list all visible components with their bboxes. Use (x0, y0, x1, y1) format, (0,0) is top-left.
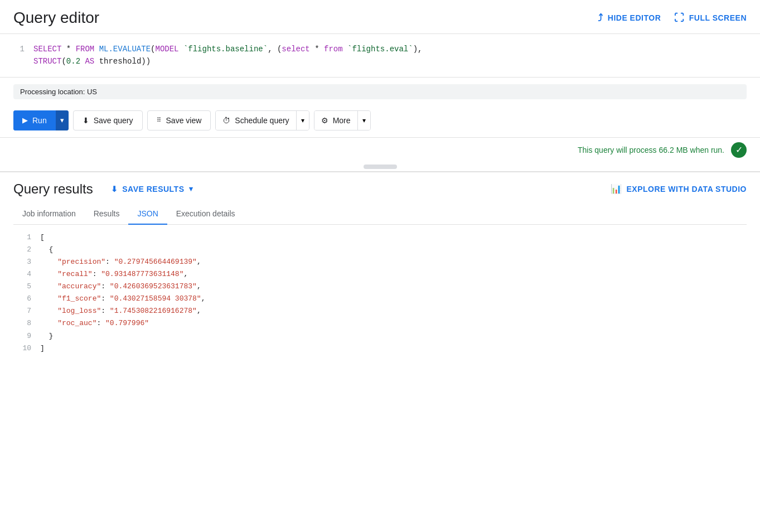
json-line-3: 3 "precision": "0.279745664469139", (13, 256, 747, 268)
hide-editor-icon: ⤴ (598, 12, 603, 24)
tab-results[interactable]: Results (85, 204, 129, 225)
line-number-2 (13, 55, 25, 67)
code-editor[interactable]: 1 SELECT * FROM ML.EVALUATE(MODEL `fligh… (0, 34, 760, 78)
tab-execution-details[interactable]: Execution details (167, 204, 244, 225)
line-number-1: 1 (13, 43, 25, 55)
toolbar-row: ▶ Run ▾ ⬇ Save query ⠿ Save view ⏱ Sched… (13, 110, 747, 130)
json-line-7: 7 "log_loss": "1.7453082216916278", (13, 305, 747, 317)
save-view-icon: ⠿ (157, 117, 162, 124)
scrollbar-thumb[interactable] (364, 165, 397, 169)
query-info-text: This query will process 66.2 MB when run… (578, 146, 724, 154)
results-header: Query results ⬇ SAVE RESULTS ▾ 📊 EXPLORE… (13, 181, 747, 197)
scroll-divider (0, 162, 760, 171)
hide-editor-button[interactable]: ⤴ HIDE EDITOR (598, 12, 661, 24)
more-main[interactable]: ⚙ More (314, 111, 357, 130)
json-line-5: 5 "accuracy": "0.4260369523631783", (13, 280, 747, 293)
save-results-button[interactable]: ⬇ SAVE RESULTS ▾ (111, 185, 193, 194)
tab-job-information[interactable]: Job information (13, 204, 85, 225)
code-line-2: STRUCT(0.2 AS threshold)) (13, 55, 747, 67)
results-section: Query results ⬇ SAVE RESULTS ▾ 📊 EXPLORE… (0, 171, 760, 361)
page-title: Query editor (13, 9, 99, 27)
full-screen-icon: ⛶ (674, 12, 685, 24)
explore-data-studio-button[interactable]: 📊 EXPLORE WITH DATA STUDIO (611, 183, 747, 194)
header-actions: ⤴ HIDE EDITOR ⛶ FULL SCREEN (598, 12, 747, 24)
schedule-query-main[interactable]: ⏱ Schedule query (216, 111, 296, 130)
run-main-button[interactable]: ▶ Run (13, 110, 56, 130)
run-dropdown-button[interactable]: ▾ (56, 110, 69, 130)
schedule-query-button[interactable]: ⏱ Schedule query ▾ (215, 110, 309, 130)
checkmark-icon: ✓ (735, 144, 743, 155)
json-line-9: 9 } (13, 330, 747, 342)
processing-location: Processing location: US (13, 84, 747, 99)
save-query-button[interactable]: ⬇ Save query (73, 110, 143, 130)
save-results-icon: ⬇ (111, 185, 118, 194)
code-content-2: STRUCT(0.2 AS threshold)) (33, 55, 151, 67)
schedule-query-dropdown[interactable]: ▾ (296, 111, 309, 130)
tab-json[interactable]: JSON (128, 204, 167, 225)
json-output: 1 [ 2 { 3 "precision": "0.27974566446913… (13, 225, 747, 361)
save-query-icon: ⬇ (83, 116, 89, 125)
run-button[interactable]: ▶ Run ▾ (13, 110, 69, 130)
chart-icon: 📊 (611, 183, 622, 194)
full-screen-button[interactable]: ⛶ FULL SCREEN (674, 12, 747, 24)
run-chevron-icon: ▾ (60, 116, 64, 124)
json-line-10: 10 ] (13, 342, 747, 355)
save-results-chevron-icon: ▾ (189, 185, 193, 193)
more-dropdown[interactable]: ▾ (357, 111, 370, 130)
json-line-2: 2 { (13, 244, 747, 256)
clock-icon: ⏱ (222, 116, 230, 125)
header: Query editor ⤴ HIDE EDITOR ⛶ FULL SCREEN (0, 0, 760, 34)
results-title: Query results (13, 181, 93, 197)
query-info-row: This query will process 66.2 MB when run… (0, 138, 760, 162)
more-button[interactable]: ⚙ More ▾ (314, 110, 371, 130)
check-circle-icon: ✓ (731, 142, 747, 158)
json-line-4: 4 "recall": "0.931487773631148", (13, 268, 747, 280)
results-tabs: Job information Results JSON Execution d… (13, 204, 747, 225)
json-line-6: 6 "f1_score": "0.43027158594 30378", (13, 293, 747, 305)
toolbar: Processing location: US ▶ Run ▾ ⬇ Save q… (0, 78, 760, 138)
play-icon: ▶ (22, 116, 28, 124)
save-view-button[interactable]: ⠿ Save view (147, 110, 211, 130)
gear-icon: ⚙ (321, 116, 328, 125)
code-line-1: 1 SELECT * FROM ML.EVALUATE(MODEL `fligh… (13, 43, 747, 55)
json-line-1: 1 [ (13, 231, 747, 244)
json-line-8: 8 "roc_auc": "0.797996" (13, 317, 747, 330)
schedule-chevron-icon: ▾ (301, 117, 304, 124)
code-content-1: SELECT * FROM ML.EVALUATE(MODEL `flights… (33, 43, 422, 55)
more-chevron-icon: ▾ (362, 117, 366, 124)
